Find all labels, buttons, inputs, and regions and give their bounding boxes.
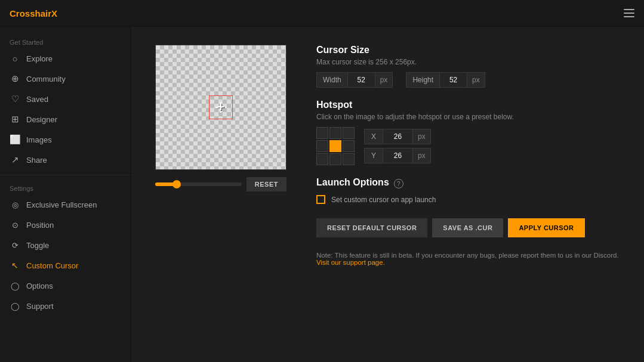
- images-icon: ⬜: [10, 134, 20, 145]
- hotspot-cell-2[interactable]: [343, 127, 355, 139]
- sidebar-item-designer-label: Designer: [26, 115, 57, 124]
- sidebar-item-position[interactable]: ⊙ Position: [0, 215, 131, 235]
- width-group: Width px: [316, 72, 393, 88]
- saved-icon: ♡: [10, 94, 20, 104]
- sidebar-item-images[interactable]: ⬜ Images: [0, 129, 131, 150]
- x-input[interactable]: [383, 129, 413, 144]
- sidebar-item-position-label: Position: [26, 221, 54, 230]
- y-coord-row: Y px: [364, 148, 431, 163]
- support-link[interactable]: Visit our support page.: [316, 259, 385, 266]
- height-label: Height: [406, 72, 440, 88]
- hotspot-cell-3[interactable]: [316, 140, 328, 152]
- launch-checkbox-label: Set custom cursor on app launch: [331, 196, 436, 204]
- sidebar-item-explore[interactable]: ○ Explore: [0, 48, 131, 69]
- sidebar-item-designer[interactable]: ⊞ Designer: [0, 109, 131, 129]
- app-title-accent: X: [51, 8, 57, 18]
- share-icon: ↗: [10, 154, 20, 165]
- settings-label: Settings: [0, 180, 131, 194]
- sidebar-item-toggle[interactable]: ⟳ Toggle: [0, 235, 131, 255]
- size-row: Width px Height px: [316, 72, 620, 88]
- x-label: X: [364, 129, 383, 144]
- canvas-panel: RESET: [155, 45, 286, 344]
- sidebar-item-toggle-label: Toggle: [26, 241, 49, 250]
- sidebar-item-share-label: Share: [26, 156, 47, 165]
- titlebar: CrosshairX: [0, 0, 644, 27]
- sidebar-item-custom-cursor-label: Custom Cursor: [26, 261, 78, 270]
- options-icon: ◯: [10, 280, 20, 291]
- sidebar-item-share[interactable]: ↗ Share: [0, 150, 131, 170]
- sidebar-item-community-label: Community: [26, 75, 66, 83]
- sidebar-item-options-label: Options: [26, 281, 53, 290]
- sidebar-item-images-label: Images: [26, 135, 52, 144]
- hotspot-cell-6[interactable]: [316, 153, 328, 165]
- x-coord-row: X px: [364, 129, 431, 144]
- sidebar-item-saved[interactable]: ♡ Saved: [0, 89, 131, 109]
- support-icon: ◯: [10, 301, 20, 311]
- help-icon[interactable]: ?: [394, 179, 403, 188]
- hotspot-cell-7[interactable]: [329, 153, 341, 165]
- reset-button[interactable]: RESET: [246, 177, 286, 191]
- crosshair-icon: [214, 101, 227, 114]
- launch-header: Launch Options ?: [316, 177, 620, 190]
- width-label: Width: [316, 72, 348, 88]
- hotspot-cell-1[interactable]: [329, 127, 341, 139]
- content-area: RESET Cursor Size Max cursor size is 256…: [131, 27, 644, 362]
- hotspot-grid: X px Y px: [316, 127, 620, 165]
- sidebar-item-exclusive-fullscreen-label: Exclusive Fullscreen: [26, 200, 97, 209]
- note-text: Note: This feature is still in beta. If …: [316, 252, 620, 266]
- y-label: Y: [364, 148, 383, 163]
- apply-cursor-button[interactable]: APPLY CURSOR: [508, 218, 584, 237]
- sidebar-item-community[interactable]: ⊕ Community: [0, 69, 131, 89]
- hotspot-section: Hotspot Click on the image to adjust the…: [316, 100, 620, 165]
- hotspot-cell-4[interactable]: [329, 140, 341, 152]
- sidebar-item-support-label: Support: [26, 302, 54, 311]
- exclusive-fullscreen-icon: ◎: [10, 199, 20, 210]
- sidebar-item-explore-label: Explore: [26, 54, 53, 63]
- cursor-size-title: Cursor Size: [316, 45, 620, 55]
- save-as-cur-button[interactable]: SAVE AS .CUR: [432, 218, 503, 237]
- hotspot-selector: [316, 127, 355, 165]
- launch-options-title: Launch Options: [316, 177, 389, 188]
- menu-icon[interactable]: [624, 9, 634, 17]
- sidebar: Get Started ○ Explore ⊕ Community ♡ Save…: [0, 27, 131, 362]
- note-content: Note: This feature is still in beta. If …: [316, 252, 619, 259]
- hotspot-cell-8[interactable]: [343, 153, 355, 165]
- toggle-icon: ⟳: [10, 240, 20, 250]
- position-icon: ⊙: [10, 219, 20, 230]
- get-started-label: Get Started: [0, 34, 131, 48]
- main-layout: Get Started ○ Explore ⊕ Community ♡ Save…: [0, 27, 644, 362]
- launch-checkbox-row: Set custom cursor on app launch: [316, 195, 620, 204]
- y-input[interactable]: [383, 148, 413, 163]
- hotspot-subtitle: Click on the image to adjust the hotspot…: [316, 113, 620, 121]
- app-title-text: Crosshair: [10, 8, 51, 18]
- cursor-canvas[interactable]: [155, 45, 286, 170]
- cursor-size-subtitle: Max cursor size is 256 x 256px.: [316, 58, 620, 66]
- height-group: Height px: [406, 72, 485, 88]
- hotspot-cell-0[interactable]: [316, 127, 328, 139]
- sidebar-item-options[interactable]: ◯ Options: [0, 276, 131, 296]
- sidebar-item-support[interactable]: ◯ Support: [0, 296, 131, 316]
- hotspot-cell-5[interactable]: [343, 140, 355, 152]
- reset-default-cursor-button[interactable]: RESET DEFAULT CURSOR: [316, 218, 427, 237]
- sidebar-item-saved-label: Saved: [26, 95, 48, 104]
- x-unit: px: [413, 129, 431, 144]
- height-unit: px: [467, 72, 485, 88]
- designer-icon: ⊞: [10, 114, 20, 125]
- launch-options-section: Launch Options ? Set custom cursor on ap…: [316, 177, 620, 204]
- app-title: CrosshairX: [10, 8, 57, 18]
- width-unit: px: [375, 72, 393, 88]
- sidebar-item-exclusive-fullscreen[interactable]: ◎ Exclusive Fullscreen: [0, 194, 131, 215]
- cursor-preview: [209, 95, 233, 119]
- explore-icon: ○: [10, 53, 20, 64]
- sidebar-item-custom-cursor[interactable]: ↖ Custom Cursor: [0, 255, 131, 276]
- launch-checkbox[interactable]: [316, 195, 325, 204]
- action-buttons: RESET DEFAULT CURSOR SAVE AS .CUR APPLY …: [316, 218, 620, 237]
- hotspot-title: Hotspot: [316, 100, 620, 110]
- zoom-slider[interactable]: [155, 182, 242, 186]
- community-icon: ⊕: [10, 73, 20, 84]
- width-input[interactable]: [348, 72, 375, 88]
- y-unit: px: [413, 148, 431, 163]
- height-input[interactable]: [440, 72, 467, 88]
- hotspot-coords: X px Y px: [364, 129, 431, 163]
- settings-panel: Cursor Size Max cursor size is 256 x 256…: [316, 45, 620, 344]
